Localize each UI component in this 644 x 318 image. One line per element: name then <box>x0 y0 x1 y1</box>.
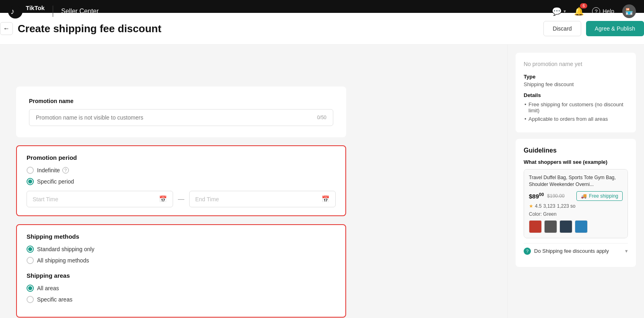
no-name-label: No promotion name yet <box>524 61 628 67</box>
header-divider <box>53 6 53 17</box>
details-bullet-2: Applicable to orders from all areas <box>528 116 628 122</box>
all-areas-label: All areas <box>37 285 59 291</box>
summary-card: No promotion name yet Type Shipping fee … <box>516 53 636 132</box>
start-calendar-icon: 📅 <box>159 195 167 203</box>
shipping-methods-subsection: Shipping methods Standard shipping only … <box>27 233 336 264</box>
product-sold: 1,223 so <box>557 203 576 209</box>
product-price: $8900 <box>529 192 544 200</box>
period-option-specific[interactable]: Specific period <box>27 178 336 185</box>
svg-text:♪: ♪ <box>10 7 14 16</box>
start-time-label: Start Time <box>33 196 58 202</box>
promotion-period-options: Indefinite ? Specific period <box>27 167 336 185</box>
standard-shipping-label: Standard shipping only <box>37 246 94 252</box>
page-wrapper: Promotion name 0/50 Promotion period Ind… <box>0 45 644 318</box>
shipping-areas-subsection: Shipping areas All areas Specific areas <box>27 272 336 303</box>
product-rating: 4.5 <box>535 203 542 209</box>
page-header-actions: Discard Agree & Publish <box>543 21 644 36</box>
promotion-period-section: Promotion period Indefinite ? Specific p… <box>16 145 346 216</box>
help-button[interactable]: ? Help <box>592 7 614 15</box>
indefinite-info-icon[interactable]: ? <box>62 167 69 173</box>
product-reviews: 3,123 <box>543 203 555 209</box>
indefinite-label: Indefinite ? <box>37 167 69 173</box>
guidelines-subtitle: What shoppers will see (example) <box>524 159 628 165</box>
promotion-name-section: Promotion name 0/50 <box>16 87 346 137</box>
do-shipping-text: Do Shipping fee discounts apply <box>534 248 609 254</box>
end-time-picker[interactable]: End Time 📅 <box>189 191 336 207</box>
star-icon: ★ <box>529 203 533 209</box>
details-label: Details <box>524 92 628 98</box>
guidelines-title: Guidelines <box>524 147 628 154</box>
brand-logo: ♪ TikTokShop <box>8 4 45 19</box>
main-content: Promotion name 0/50 Promotion period Ind… <box>0 45 507 318</box>
time-pickers: Start Time 📅 — End Time 📅 <box>27 191 336 207</box>
page-title: Create shipping fee discount <box>18 23 161 35</box>
standard-shipping-radio[interactable] <box>27 246 34 253</box>
time-dash: — <box>178 196 184 203</box>
specific-areas-label: Specific areas <box>37 296 72 303</box>
do-shipping-row[interactable]: ? Do Shipping fee discounts apply ▾ <box>524 243 628 259</box>
chat-chevron: ▾ <box>564 8 566 14</box>
free-shipping-badge: 🚚 Free shipping <box>576 191 623 201</box>
all-areas-radio[interactable] <box>27 285 34 292</box>
specific-areas-radio[interactable] <box>27 296 34 303</box>
product-preview: Travel Duffel Bag, Sports Tote Gym Bag, … <box>524 169 628 238</box>
avatar-icon: 🏪 <box>625 8 633 15</box>
all-shipping-option[interactable]: All shipping methods <box>27 257 336 264</box>
period-option-indefinite[interactable]: Indefinite ? <box>27 167 336 174</box>
chat-button[interactable]: 💬 ▾ <box>552 6 566 16</box>
specific-areas-option[interactable]: Specific areas <box>27 296 336 303</box>
help-label: Help <box>603 8 614 14</box>
back-button[interactable]: ← <box>0 22 13 35</box>
shipping-methods-options: Standard shipping only All shipping meth… <box>27 246 336 264</box>
product-price-row: $8900 $190.00 🚚 Free shipping <box>529 191 623 201</box>
question-circle-icon: ? <box>524 248 531 255</box>
guidelines-card: Guidelines What shoppers will see (examp… <box>516 139 636 267</box>
chat-icon: 💬 <box>552 6 562 16</box>
char-count: 0/50 <box>317 115 326 120</box>
shipping-methods-title: Shipping methods <box>27 233 336 240</box>
product-old-price: $190.00 <box>547 193 564 199</box>
app-title: Seller Center <box>61 8 99 15</box>
promotion-name-field[interactable]: 0/50 <box>29 109 333 126</box>
product-rating-row: ★ 4.5 3,123 1,223 so <box>529 203 623 209</box>
free-shipping-truck-icon: 🚚 <box>581 193 587 199</box>
page-header: ← Create shipping fee discount Discard A… <box>0 13 644 45</box>
right-panel: No promotion name yet Type Shipping fee … <box>507 45 644 318</box>
specific-radio[interactable] <box>27 178 34 185</box>
specific-label: Specific period <box>37 178 74 185</box>
details-bullet-1: Free shipping for customers (no discount… <box>528 101 628 114</box>
type-value: Shipping fee discount <box>524 81 628 87</box>
all-shipping-label: All shipping methods <box>37 257 89 264</box>
form-area: Promotion name 0/50 Promotion period Ind… <box>16 87 346 318</box>
swatch-1 <box>529 220 542 233</box>
type-label: Type <box>524 74 628 80</box>
header-right: 💬 ▾ 🔔 6 ? Help 🏪 <box>552 4 636 18</box>
end-time-label: End Time <box>195 196 219 202</box>
start-time-picker[interactable]: Start Time 📅 <box>27 191 173 207</box>
product-color: Color: Green <box>529 211 623 217</box>
brand-text: TikTokShop <box>26 4 45 18</box>
swatch-4 <box>575 220 588 233</box>
chevron-down-icon: ▾ <box>625 248 628 254</box>
shipping-areas-options: All areas Specific areas <box>27 285 336 303</box>
standard-shipping-option[interactable]: Standard shipping only <box>27 246 336 253</box>
all-areas-option[interactable]: All areas <box>27 285 336 292</box>
tiktok-icon: ♪ <box>8 4 23 19</box>
free-shipping-label: Free shipping <box>589 193 618 199</box>
product-name: Travel Duffel Bag, Sports Tote Gym Bag, … <box>529 174 623 188</box>
page-header-left: ← Create shipping fee discount <box>0 22 161 35</box>
product-swatches <box>529 220 623 233</box>
question-icon: ? <box>592 7 600 15</box>
shipping-areas-title: Shipping areas <box>27 272 336 279</box>
swatch-2 <box>544 220 557 233</box>
publish-button[interactable]: Agree & Publish <box>586 21 644 36</box>
indefinite-radio[interactable] <box>27 167 34 174</box>
all-shipping-radio[interactable] <box>27 257 34 264</box>
notification-button[interactable]: 🔔 6 <box>574 6 584 16</box>
product-preview-inner: Travel Duffel Bag, Sports Tote Gym Bag, … <box>524 169 627 238</box>
discard-button[interactable]: Discard <box>543 21 581 36</box>
end-calendar-icon: 📅 <box>322 195 330 203</box>
promotion-name-input[interactable] <box>36 114 317 121</box>
avatar-button[interactable]: 🏪 <box>622 4 636 18</box>
shipping-section: Shipping methods Standard shipping only … <box>16 224 346 318</box>
